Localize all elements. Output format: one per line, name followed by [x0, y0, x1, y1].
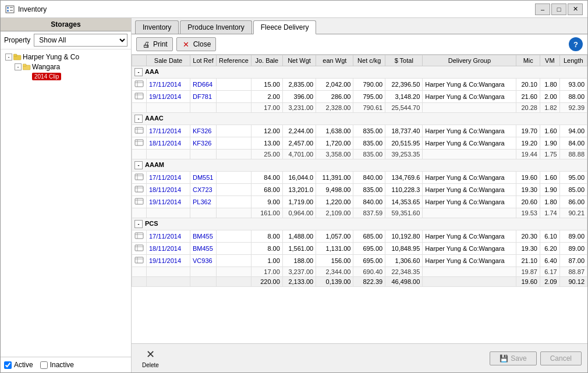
help-button[interactable]: ?	[569, 37, 583, 51]
subtotal-row: 25.00 4,701.00 3,358.00 835.00 39,253.35…	[132, 150, 587, 159]
svg-rect-27	[135, 198, 143, 204]
col-header-reference: Reference	[217, 55, 252, 66]
group-toggle[interactable]: -	[134, 115, 143, 123]
delivery-row-icon	[134, 126, 144, 134]
row-date: 19/11/2014	[147, 91, 190, 103]
group-header-row: -AAA	[132, 66, 587, 79]
row-net-wgt: 13,201.0	[282, 184, 316, 196]
gt-mic: 19.60	[516, 277, 540, 287]
row-vm: 1.60	[540, 125, 559, 137]
window-title: Inventory	[18, 5, 535, 13]
group-toggle[interactable]: -	[134, 68, 143, 76]
table-row[interactable]: 18/11/2014 BM455 8.00 1,561.00 1,131.00 …	[132, 243, 587, 255]
subtotal-jo-bale: 161.00	[251, 208, 282, 218]
table-row[interactable]: 18/11/2014 CX723 68.00 13,201.0 9,498.00…	[132, 184, 587, 196]
row-net-wgt: 396.00	[282, 91, 316, 103]
subtotal-length: 88.87	[559, 267, 587, 277]
active-checkbox[interactable]	[4, 361, 12, 369]
row-total: 1,306.60	[385, 255, 423, 267]
subtotal-vm: 6.17	[540, 267, 559, 277]
row-net-wgt: 1,488.00	[282, 230, 316, 243]
row-ref	[217, 196, 252, 208]
maximize-button[interactable]: □	[551, 3, 566, 15]
inactive-checkbox[interactable]	[40, 361, 48, 369]
tab-produce-inventory[interactable]: Produce Inventory	[180, 20, 252, 34]
tree-expand-wangara[interactable]: -	[15, 63, 22, 70]
svg-rect-6	[13, 54, 17, 56]
table-header-row: Sale Date Lot Ref Reference Jo. Bale Net…	[132, 55, 587, 66]
row-vm: 2.00	[540, 91, 559, 103]
tree-expand-harper[interactable]: -	[5, 54, 12, 61]
table-row[interactable]: 17/11/2014 KF326 12.00 2,244.00 1,638.00…	[132, 125, 587, 137]
table-row[interactable]: 17/11/2014 RD664 15.00 2,835.00 2,042.00…	[132, 79, 587, 91]
table-row[interactable]: 18/11/2014 KF326 13.00 2,457.00 1,720.00…	[132, 137, 587, 150]
subtotal-empty-icon	[132, 267, 147, 277]
active-label: Active	[14, 361, 33, 369]
table-row[interactable]: 19/11/2014 DF781 2.00 396.00 286.00 795.…	[132, 91, 587, 103]
subtotal-ean-wgt: 2,328.00	[316, 103, 353, 113]
svg-rect-1	[7, 7, 9, 9]
subtotal-net-ckg: 790.61	[353, 103, 385, 113]
row-ref	[217, 137, 252, 150]
subtotal-delivery	[423, 103, 516, 113]
close-button[interactable]: ✕ Close	[176, 37, 217, 51]
row-jo-bale: 1.00	[251, 255, 282, 267]
close-window-button[interactable]: ✕	[568, 3, 583, 15]
property-dropdown[interactable]: Show All Harper Yung & Co	[34, 34, 127, 47]
cancel-label: Cancel	[550, 354, 572, 363]
table-row[interactable]: 19/11/2014 VC936 1.00 188.00 156.00 695.…	[132, 255, 587, 267]
row-mic: 19.20	[516, 137, 540, 150]
group-name: -AAAM	[132, 159, 587, 172]
row-ean-wgt: 2,042.00	[316, 79, 353, 91]
tree-label-harper: Harper Yung & Co	[23, 53, 79, 61]
tab-inventory[interactable]: Inventory	[135, 20, 179, 34]
row-net-ckg: 840.00	[353, 196, 385, 208]
tree-row-harper[interactable]: - Harper Yung & Co	[3, 52, 129, 62]
row-ean-wgt: 1,638.00	[316, 125, 353, 137]
row-net-ckg: 835.00	[353, 125, 385, 137]
tab-fleece-delivery[interactable]: Fleece Delivery	[253, 20, 317, 34]
group-toggle[interactable]: -	[134, 161, 143, 169]
print-button[interactable]: 🖨 Print	[136, 37, 173, 51]
save-button[interactable]: 💾 Save	[490, 351, 536, 365]
delete-button[interactable]: ✕ Delete	[137, 347, 164, 370]
row-delivery: Harper Yung & Co:Wangara	[423, 137, 516, 150]
tree-row-wangara[interactable]: - Wangara	[12, 62, 129, 72]
row-ean-wgt: 9,498.00	[316, 184, 353, 196]
col-header-vm: VM	[540, 55, 559, 66]
table-row[interactable]: 19/11/2014 PL362 9.00 1,719.00 1,220.00 …	[132, 196, 587, 208]
cancel-button[interactable]: Cancel	[540, 351, 582, 365]
row-jo-bale: 13.00	[251, 137, 282, 150]
data-area[interactable]: Sale Date Lot Ref Reference Jo. Bale Net…	[132, 55, 587, 343]
table-row[interactable]: 17/11/2014 DM551 84.00 16,044.0 11,391.0…	[132, 172, 587, 184]
subtotal-vm: 1.74	[540, 208, 559, 218]
row-lot: CX723	[190, 184, 217, 196]
subtotal-empty-date	[147, 267, 190, 277]
col-header-net-wgt: Net Wgt	[282, 55, 316, 66]
subtotal-ean-wgt: 2,344.00	[316, 267, 353, 277]
row-ref	[217, 230, 252, 243]
storage-tree: - Harper Yung & Co -	[1, 49, 131, 357]
subtotal-total: 22,348.35	[385, 267, 423, 277]
row-net-ckg: 695.00	[353, 255, 385, 267]
tree-row-clip2014[interactable]: 2014 Clip	[22, 72, 129, 81]
row-vm: 1.90	[540, 137, 559, 150]
col-header-mic: Mic	[516, 55, 540, 66]
row-net-wgt: 1,561.00	[282, 243, 316, 255]
active-checkbox-label[interactable]: Active	[4, 361, 33, 369]
subtotal-ean-wgt: 3,358.00	[316, 150, 353, 159]
group-toggle[interactable]: -	[134, 220, 143, 228]
minimize-button[interactable]: –	[535, 3, 550, 15]
table-row[interactable]: 17/11/2014 BM455 8.00 1,488.00 1,057.00 …	[132, 230, 587, 243]
svg-rect-2	[10, 7, 13, 8]
inactive-checkbox-label[interactable]: Inactive	[40, 361, 74, 369]
subtotal-delivery	[423, 267, 516, 277]
row-vm: 1.80	[540, 79, 559, 91]
row-vm: 6.10	[540, 230, 559, 243]
property-label: Property	[4, 36, 30, 44]
delivery-row-icon	[134, 92, 144, 100]
svg-rect-18	[135, 140, 143, 145]
col-header-sale-date: Sale Date	[147, 55, 190, 66]
row-ean-wgt: 156.00	[316, 255, 353, 267]
row-icon-cell	[132, 125, 147, 137]
